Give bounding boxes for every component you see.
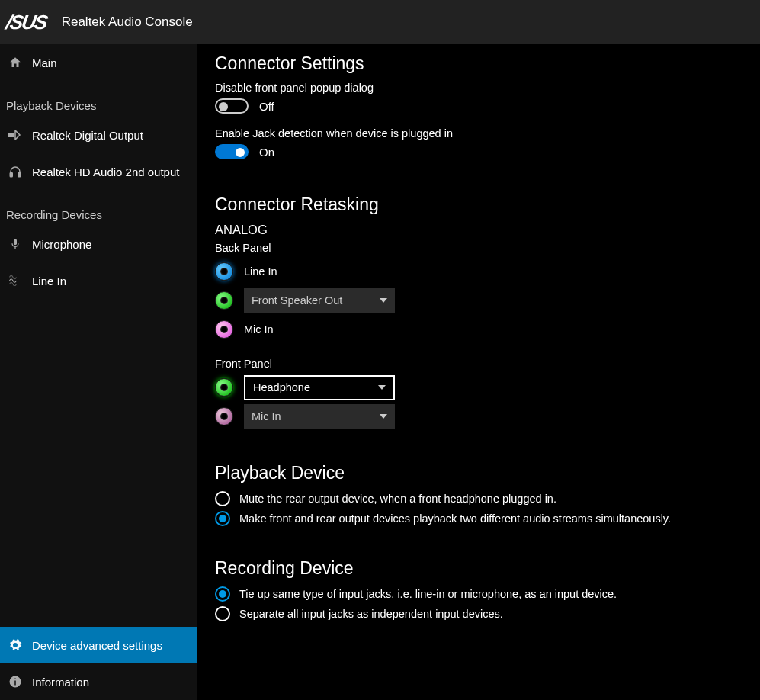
playback-radio-mute-rear[interactable] bbox=[215, 491, 230, 506]
svg-rect-1 bbox=[10, 173, 12, 177]
titlebar: /SUS Realtek Audio Console bbox=[0, 0, 760, 44]
dropdown-value: Mic In bbox=[252, 410, 281, 422]
disable-popup-label: Disable front panel popup dialog bbox=[215, 82, 742, 94]
enable-jack-label: Enable Jack detection when device is plu… bbox=[215, 127, 742, 140]
recording-radio-tie-up[interactable] bbox=[215, 586, 230, 602]
sidebar-label: Information bbox=[32, 676, 89, 689]
section-title-recording-device: Recording Device bbox=[215, 558, 742, 579]
asus-logo: /SUS bbox=[4, 11, 48, 34]
section-title-retasking: Connector Retasking bbox=[215, 194, 742, 215]
sidebar-item-microphone[interactable]: Microphone bbox=[0, 226, 197, 262]
jack-front-mic-icon[interactable] bbox=[215, 407, 233, 425]
digital-output-icon bbox=[6, 130, 24, 140]
svg-rect-6 bbox=[14, 681, 16, 686]
svg-rect-2 bbox=[18, 173, 21, 177]
radio-label: Make front and rear output devices playb… bbox=[239, 512, 671, 525]
svg-rect-3 bbox=[14, 239, 17, 245]
radio-label: Tie up same type of input jacks, i.e. li… bbox=[239, 588, 617, 600]
back-panel-label: Back Panel bbox=[215, 242, 742, 254]
jack-label: Mic In bbox=[244, 323, 274, 336]
front-panel-label: Front Panel bbox=[215, 358, 742, 370]
headphones-icon bbox=[6, 165, 24, 178]
jack-headphone-icon[interactable] bbox=[215, 378, 233, 397]
recording-radio-separate[interactable] bbox=[215, 606, 230, 621]
toggle-state: On bbox=[259, 146, 274, 159]
dropdown-value: Headphone bbox=[253, 381, 310, 393]
sidebar-item-advanced-settings[interactable]: Device advanced settings bbox=[0, 627, 197, 663]
home-icon bbox=[6, 56, 24, 69]
toggle-state: Off bbox=[259, 100, 274, 113]
chevron-down-icon bbox=[380, 298, 387, 303]
headphone-dropdown[interactable]: Headphone bbox=[244, 375, 395, 400]
sidebar-label: Microphone bbox=[32, 238, 91, 251]
sidebar-item-digital-output[interactable]: Realtek Digital Output bbox=[0, 117, 197, 153]
sidebar-header-recording: Recording Devices bbox=[0, 190, 197, 226]
info-icon bbox=[6, 675, 24, 689]
section-title-playback-device: Playback Device bbox=[215, 463, 742, 483]
sidebar-label: Main bbox=[32, 56, 57, 69]
front-speaker-dropdown[interactable]: Front Speaker Out bbox=[244, 288, 395, 313]
microphone-icon bbox=[6, 237, 24, 251]
front-mic-dropdown[interactable]: Mic In bbox=[244, 404, 395, 429]
enable-jack-toggle[interactable] bbox=[215, 144, 249, 159]
jack-mic-in-icon[interactable] bbox=[215, 320, 233, 339]
sidebar-header-playback: Playback Devices bbox=[0, 81, 197, 117]
sidebar: Main Playback Devices Realtek Digital Ou… bbox=[0, 44, 197, 700]
sidebar-label: Line In bbox=[32, 275, 66, 287]
section-title-connector-settings: Connector Settings bbox=[215, 53, 742, 74]
playback-radio-separate-streams[interactable] bbox=[215, 511, 230, 526]
line-in-icon bbox=[6, 275, 24, 286]
sidebar-label: Realtek Digital Output bbox=[32, 129, 143, 142]
svg-rect-7 bbox=[14, 679, 16, 680]
jack-front-speaker-icon[interactable] bbox=[215, 291, 233, 310]
chevron-down-icon bbox=[380, 414, 387, 419]
sidebar-label: Device advanced settings bbox=[32, 639, 162, 652]
svg-rect-0 bbox=[8, 133, 14, 137]
jack-label: Line In bbox=[244, 265, 277, 278]
analog-subtitle: ANALOG bbox=[215, 223, 742, 237]
sidebar-label: Realtek HD Audio 2nd output bbox=[32, 165, 179, 178]
main-content: Connector Settings Disable front panel p… bbox=[197, 44, 760, 700]
sidebar-item-hd-audio-2nd[interactable]: Realtek HD Audio 2nd output bbox=[0, 153, 197, 190]
sidebar-item-line-in[interactable]: Line In bbox=[0, 262, 197, 299]
radio-label: Separate all input jacks as independent … bbox=[239, 608, 503, 620]
gear-icon bbox=[6, 638, 24, 652]
sidebar-item-information[interactable]: Information bbox=[0, 663, 197, 700]
radio-label: Mute the rear output device, when a fron… bbox=[239, 493, 556, 505]
disable-popup-toggle[interactable] bbox=[215, 98, 249, 114]
dropdown-value: Front Speaker Out bbox=[252, 294, 342, 307]
chevron-down-icon bbox=[378, 385, 386, 390]
jack-line-in-icon[interactable] bbox=[215, 262, 233, 281]
sidebar-item-main[interactable]: Main bbox=[0, 44, 197, 81]
app-title: Realtek Audio Console bbox=[62, 14, 193, 30]
